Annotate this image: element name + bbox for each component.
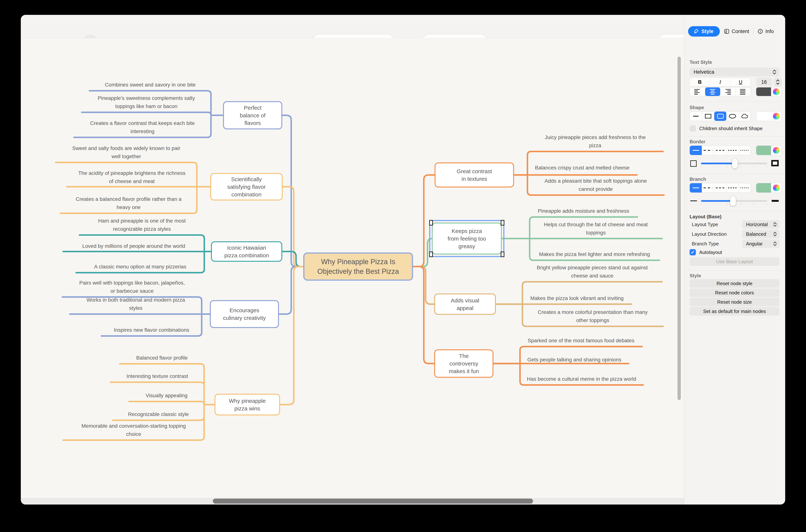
border-width-thumb[interactable] bbox=[732, 158, 738, 169]
mindmap-node-controversy[interactable]: The controversy makes it fun bbox=[434, 349, 493, 378]
border-dash-md-button[interactable] bbox=[714, 146, 726, 155]
underline-button[interactable]: U bbox=[730, 78, 751, 86]
border-color-picker-button[interactable] bbox=[771, 146, 782, 155]
branch-width-thumb[interactable] bbox=[730, 196, 736, 206]
tab-content[interactable]: Content bbox=[720, 28, 753, 34]
mindmap-leaf-creativity-2[interactable]: Inspires new flavor combinations bbox=[97, 326, 206, 334]
layout-row-dropdown[interactable]: Angular bbox=[742, 240, 780, 248]
inherit-shape-checkbox[interactable] bbox=[690, 125, 696, 132]
align-center-button[interactable] bbox=[705, 88, 720, 96]
border-solid-button[interactable] bbox=[690, 146, 702, 155]
style-action-button-3[interactable]: Set as default for main nodes bbox=[690, 307, 780, 316]
vertical-scrollbar-thumb[interactable] bbox=[677, 57, 681, 400]
branch-dash-lg-button[interactable] bbox=[702, 183, 714, 192]
mindmap-leaf-pizza-wins-1[interactable]: Interesting texture contrast bbox=[106, 372, 209, 380]
selection-handle-1[interactable] bbox=[501, 220, 504, 226]
mindmap-leaf-creativity-1[interactable]: Works in both traditional and modern piz… bbox=[65, 296, 206, 312]
mindmap-leaf-controversy-0[interactable]: Sparked one of the most famous food deba… bbox=[516, 337, 646, 345]
branch-dash-sm-button[interactable] bbox=[726, 183, 738, 192]
color-picker-button[interactable] bbox=[771, 88, 782, 96]
screen: the best pizza in the world.powernode - … bbox=[0, 0, 806, 532]
tab-info[interactable]: Info bbox=[753, 28, 778, 34]
mindmap-node-scientific-flavor[interactable]: Scientifically satisfying flavor combina… bbox=[210, 173, 283, 201]
mindmap-node-creativity[interactable]: Encourages culinary creativity bbox=[210, 300, 279, 328]
selection-handle-3[interactable] bbox=[501, 251, 504, 257]
branch-dash-md-button[interactable] bbox=[714, 183, 726, 192]
font-size-field[interactable]: 16 bbox=[756, 78, 772, 87]
branch-line bbox=[129, 401, 204, 405]
border-dash-lg-button[interactable] bbox=[702, 146, 714, 155]
mindmap-leaf-perfect-balance-2[interactable]: Creates a flavor contrast that keeps eac… bbox=[69, 119, 215, 135]
mindmap-node-visual-appeal[interactable]: Adds visual appeal bbox=[434, 293, 496, 315]
mindmap-leaf-textures-1[interactable]: Balances crispy crust and melted cheese bbox=[523, 164, 642, 172]
shape-cloud-button[interactable] bbox=[738, 112, 751, 121]
border-dotted-button[interactable] bbox=[738, 146, 751, 155]
style-action-button-2[interactable]: Reset node size bbox=[690, 298, 780, 306]
align-justify-button[interactable] bbox=[736, 88, 751, 96]
shape-rect-button[interactable] bbox=[702, 112, 714, 121]
branch-color-well[interactable] bbox=[756, 183, 782, 193]
mindmap-leaf-hawaiian-1[interactable]: Loved by millions of people around the w… bbox=[58, 242, 209, 250]
mindmap-leaf-pizza-wins-4[interactable]: Memorable and conversation-starting topp… bbox=[58, 422, 209, 438]
selection-handle-2[interactable] bbox=[429, 251, 433, 257]
layout-row-dropdown[interactable]: Balanced bbox=[742, 230, 780, 238]
text-color-well[interactable] bbox=[756, 87, 782, 96]
mindmap-leaf-creativity-0[interactable]: Pairs well with toppings like bacon, jal… bbox=[58, 279, 206, 295]
mindmap-leaf-hawaiian-2[interactable]: A classic menu option at many pizzerias bbox=[72, 263, 209, 271]
text-style-heading: Text Style bbox=[690, 59, 712, 65]
style-action-button-0[interactable]: Reset node style bbox=[690, 279, 780, 288]
shape-fill-well[interactable] bbox=[756, 111, 782, 121]
font-size-stepper[interactable] bbox=[774, 78, 782, 87]
horizontal-scrollbar-thumb[interactable] bbox=[213, 499, 533, 504]
mindmap-leaf-scientific-flavor-0[interactable]: Sweet and salty foods are widely known t… bbox=[51, 144, 202, 160]
mindmap-leaf-visual-appeal-2[interactable]: Creates a more colorful presentation tha… bbox=[518, 308, 668, 324]
mindmap-leaf-controversy-1[interactable]: Gets people talking and sharing opinions bbox=[516, 356, 633, 364]
mindmap-leaf-scientific-flavor-1[interactable]: The acidity of pineapple brightens the r… bbox=[62, 169, 202, 186]
mindmap-leaf-visual-appeal-1[interactable]: Makes the pizza look vibrant and invitin… bbox=[518, 294, 636, 302]
mindmap-leaf-pizza-wins-2[interactable]: Visually appealing bbox=[125, 392, 209, 400]
border-style-segment bbox=[690, 146, 751, 155]
mindmap-leaf-perfect-balance-0[interactable]: Combines sweet and savory in one bite bbox=[85, 81, 215, 89]
mindmap-leaf-hawaiian-0[interactable]: Ham and pineapple is one of the most rec… bbox=[75, 217, 209, 233]
mindmap-leaf-not-greasy-1[interactable]: Helps cut through the fat of cheese and … bbox=[525, 221, 667, 237]
mindmap-node-pizza-wins[interactable]: Why pineapple pizza wins bbox=[214, 394, 280, 415]
mindmap-center-node[interactable]: Why Pineapple Pizza Is Objectively the B… bbox=[303, 252, 413, 281]
autolayout-checkbox[interactable]: ✓ bbox=[690, 249, 696, 255]
mindmap-leaf-textures-0[interactable]: Juicy pineapple pieces add freshness to … bbox=[523, 133, 668, 150]
border-dash-sm-button[interactable] bbox=[726, 146, 738, 155]
mindmap-leaf-not-greasy-2[interactable]: Makes the pizza feel lighter and more re… bbox=[525, 250, 664, 259]
bold-button[interactable]: B bbox=[690, 78, 710, 86]
shape-rounded-rect-button[interactable] bbox=[714, 112, 726, 121]
selection-handle-0[interactable] bbox=[429, 220, 433, 226]
mindmap-node-hawaiian[interactable]: Iconic Hawaiian pizza combination bbox=[211, 241, 282, 262]
italic-button[interactable]: I bbox=[710, 78, 731, 86]
align-right-button[interactable] bbox=[720, 88, 736, 96]
branch-color-picker-button[interactable] bbox=[771, 183, 782, 192]
text-color-swatch bbox=[756, 88, 771, 96]
use-base-layout-button[interactable]: Use Base Layout bbox=[690, 257, 780, 266]
mindmap-canvas[interactable]: Combines sweet and savory in one bitePin… bbox=[21, 38, 684, 505]
style-action-button-1[interactable]: Reset node colors bbox=[690, 288, 780, 297]
border-color-well[interactable] bbox=[756, 146, 782, 155]
mindmap-leaf-scientific-flavor-2[interactable]: Creates a balanced flavor profile rather… bbox=[56, 195, 202, 211]
mindmap-node-not-greasy[interactable]: Keeps pizza from feeling too greasy bbox=[432, 223, 502, 254]
mindmap-leaf-controversy-2[interactable]: Has become a cultural meme in the pizza … bbox=[516, 375, 648, 383]
shape-line-button[interactable] bbox=[690, 112, 702, 121]
mindmap-leaf-pizza-wins-0[interactable]: Balanced flavor profile bbox=[115, 354, 209, 362]
align-left-button[interactable] bbox=[690, 88, 705, 96]
branch-dotted-button[interactable] bbox=[738, 183, 751, 192]
branch-solid-button[interactable] bbox=[690, 183, 702, 192]
mindmap-leaf-visual-appeal-0[interactable]: Bright yellow pineapple pieces stand out… bbox=[518, 264, 667, 280]
mindmap-leaf-perfect-balance-1[interactable]: Pineapple's sweetness complements salty … bbox=[77, 94, 215, 111]
shape-color-picker-button[interactable] bbox=[771, 112, 782, 121]
horizontal-scrollbar-track[interactable] bbox=[21, 498, 684, 505]
mindmap-node-textures[interactable]: Great contrast in textures bbox=[435, 163, 514, 188]
mindmap-leaf-textures-2[interactable]: Adds a pleasant bite that soft toppings … bbox=[523, 177, 669, 193]
shape-ellipse-button[interactable] bbox=[726, 112, 738, 121]
tab-style[interactable]: Style bbox=[688, 26, 720, 37]
mindmap-leaf-not-greasy-0[interactable]: Pineapple adds moisture and freshness bbox=[525, 207, 642, 215]
mindmap-leaf-pizza-wins-3[interactable]: Recognizable classic style bbox=[108, 410, 209, 418]
layout-row-dropdown[interactable]: Horizontal bbox=[742, 220, 780, 229]
mindmap-node-perfect-balance[interactable]: Perfect balance of flavors bbox=[223, 101, 282, 129]
font-family-dropdown[interactable]: Helvetica bbox=[690, 68, 780, 76]
